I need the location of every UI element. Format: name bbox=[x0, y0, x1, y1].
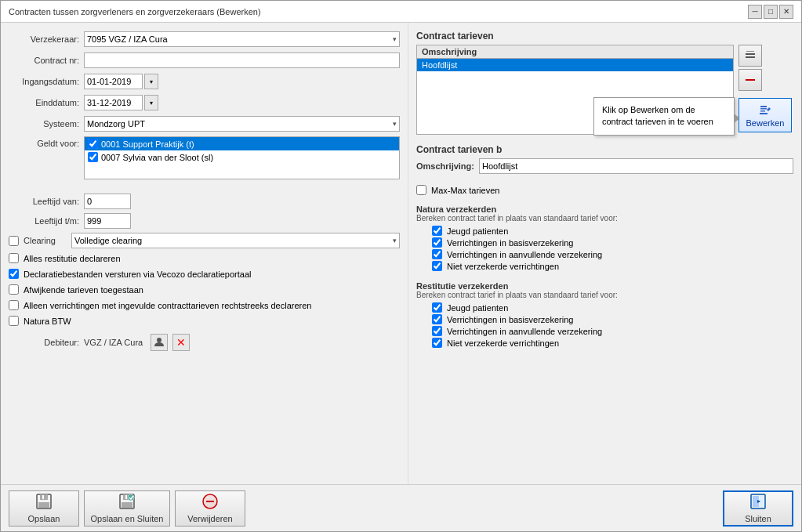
natura-jeugd-check[interactable] bbox=[432, 226, 442, 236]
verwijderen-button[interactable]: Verwijderen bbox=[175, 490, 245, 527]
natura-aanvullende-label: Verrichtingen in aanvullende verzekering bbox=[447, 250, 602, 259]
delete-icon bbox=[201, 493, 219, 510]
geldt-voor-label: Geldt voor: bbox=[9, 136, 79, 148]
opslaan-button[interactable]: Opslaan bbox=[9, 490, 79, 527]
opslaan-sluiten-button[interactable]: Opslaan en Sluiten bbox=[84, 490, 170, 527]
natura-basisverzekering-check[interactable] bbox=[432, 237, 442, 248]
svg-rect-7 bbox=[760, 108, 767, 110]
leeftijd-van-input[interactable] bbox=[84, 194, 131, 209]
natura-btw-check[interactable] bbox=[9, 316, 19, 326]
tooltip-arrow bbox=[734, 114, 740, 123]
alleen-verrichtingen-check[interactable] bbox=[9, 300, 19, 310]
geldt-voor-text-0: 0001 Support Praktijk (t) bbox=[101, 139, 194, 149]
ingangsdatum-dropdown[interactable]: ▾ bbox=[144, 74, 158, 89]
geldt-voor-check-1[interactable] bbox=[88, 152, 98, 162]
svg-rect-11 bbox=[38, 502, 49, 508]
footer-buttons-left: Opslaan Opslaan en Sluiten bbox=[9, 490, 245, 527]
alles-restitutie-check[interactable] bbox=[9, 253, 19, 263]
leeftijd-tm-row: Leeftijd t/m: bbox=[9, 213, 400, 229]
afwijkende-tarieven-check[interactable] bbox=[9, 284, 19, 295]
leeftijd-tm-input[interactable] bbox=[84, 213, 131, 229]
svg-rect-12 bbox=[42, 495, 44, 499]
geldt-voor-item-1[interactable]: 0007 Sylvia van der Sloot (sl) bbox=[85, 150, 399, 164]
alleen-verrichtingen-row: Alleen verrichtingen met ingevulde contr… bbox=[9, 299, 400, 311]
svg-rect-3 bbox=[746, 51, 754, 52]
window-controls: ─ □ ✕ bbox=[748, 5, 793, 19]
window-title: Contracten tussen zorgverleners en zorgv… bbox=[9, 7, 261, 16]
ingangsdatum-row: Ingangsdatum: ▾ bbox=[9, 73, 400, 90]
sluiten-button[interactable]: Sluiten bbox=[723, 490, 793, 527]
natura-nietz-row: Niet verzekerde verrichtingen bbox=[416, 260, 793, 272]
omschrijving-label: Omschrijving: bbox=[416, 161, 474, 171]
save-close-icon bbox=[118, 493, 136, 510]
einddatum-input[interactable] bbox=[84, 95, 143, 110]
einddatum-label: Einddatum: bbox=[9, 98, 79, 107]
restitutie-nietz-row: Niet verzekerde verrichtingen bbox=[416, 337, 793, 349]
svg-rect-16 bbox=[125, 495, 127, 499]
declaratiebestanden-check[interactable] bbox=[9, 269, 19, 279]
verzekeraar-select[interactable]: 7095 VGZ / IZA Cura bbox=[84, 31, 400, 47]
clearing-checkbox[interactable] bbox=[9, 236, 19, 246]
clearing-select[interactable]: Volledige clearing bbox=[71, 233, 400, 248]
minimize-button[interactable]: ─ bbox=[748, 5, 762, 19]
tooltip-text: Klik op Bewerken om de contract tarieven… bbox=[602, 105, 713, 126]
geldt-voor-check-0[interactable] bbox=[88, 139, 98, 149]
natura-aanvullende-check[interactable] bbox=[432, 249, 442, 259]
left-panel: Verzekeraar: 7095 VGZ / IZA Cura Contrac… bbox=[1, 23, 408, 484]
ct-row-label: Hoofdlijst bbox=[422, 60, 457, 70]
declaratiebestanden-label: Declaratiebestanden versturen via Vecozo… bbox=[24, 270, 251, 279]
einddatum-dropdown[interactable]: ▾ bbox=[144, 95, 158, 110]
debiteur-row: Debiteur: VGZ / IZA Cura ✕ bbox=[9, 334, 400, 351]
restitutie-subtitle: Bereken contract tarief in plaats van st… bbox=[416, 291, 793, 299]
opslaan-sluiten-label: Opslaan en Sluiten bbox=[91, 514, 164, 523]
bewerken-label: Bewerken bbox=[746, 118, 785, 128]
systeem-select[interactable]: Mondzorg UPT bbox=[84, 116, 400, 132]
restitutie-nietz-check[interactable] bbox=[432, 338, 442, 348]
restitutie-basisverzekering-row: Verrichtingen in basisverzekering bbox=[416, 313, 793, 325]
ct-row-hoofdlijst[interactable]: Hoofdlijst bbox=[417, 59, 733, 71]
natura-basisverzekering-label: Verrichtingen in basisverzekering bbox=[447, 238, 573, 248]
geldt-voor-item-0[interactable]: 0001 Support Praktijk (t) bbox=[85, 137, 399, 150]
ingangsdatum-input[interactable] bbox=[84, 74, 143, 89]
debiteur-edit-button[interactable] bbox=[151, 334, 168, 351]
geldt-voor-list[interactable]: 0001 Support Praktijk (t) 0007 Sylvia va… bbox=[84, 136, 400, 179]
natura-title: Natura verzekerden bbox=[416, 204, 793, 214]
einddatum-wrapper: ▾ bbox=[84, 95, 158, 110]
close-button[interactable]: ✕ bbox=[779, 5, 793, 19]
max-max-checkbox[interactable] bbox=[416, 185, 426, 195]
leeftijd-tm-label: Leeftijd t/m: bbox=[9, 216, 79, 226]
contract-tarieven-b-section: Contract tarieven b Omschrijving: bbox=[416, 144, 793, 174]
omschrijving-row: Omschrijving: bbox=[416, 158, 793, 174]
bewerken-icon bbox=[758, 103, 772, 117]
natura-btw-label: Natura BTW bbox=[24, 317, 71, 326]
opslaan-icon bbox=[35, 493, 53, 512]
alleen-verrichtingen-label: Alleen verrichtingen met ingevulde contr… bbox=[24, 301, 311, 310]
alles-restitutie-label: Alles restitutie declareren bbox=[24, 254, 121, 263]
clearing-row: Clearing Volledige clearing bbox=[9, 233, 400, 248]
svg-point-0 bbox=[157, 338, 161, 342]
restitutie-basisverzekering-label: Verrichtingen in basisverzekering bbox=[447, 315, 573, 324]
restitutie-aanvullende-check[interactable] bbox=[432, 326, 442, 336]
restitutie-nietz-label: Niet verzekerde verrichtingen bbox=[447, 338, 559, 348]
restitutie-title: Restitutie verzekerden bbox=[416, 281, 793, 291]
ct-add-button[interactable] bbox=[738, 45, 762, 67]
declaratiebestanden-row: Declaratiebestanden versturen via Vecozo… bbox=[9, 268, 400, 280]
afwijkende-tarieven-row: Afwijkende tarieven toegestaan bbox=[9, 284, 400, 295]
main-window: Contracten tussen zorgverleners en zorgv… bbox=[0, 0, 802, 532]
verzekeraar-label: Verzekeraar: bbox=[9, 34, 79, 44]
geldt-voor-row: Geldt voor: 0001 Support Praktijk (t) 00… bbox=[9, 136, 400, 179]
contract-nr-input[interactable] bbox=[84, 52, 400, 68]
restitutie-jeugd-check[interactable] bbox=[432, 302, 442, 313]
natura-nietz-check[interactable] bbox=[432, 261, 442, 271]
maximize-button[interactable]: □ bbox=[764, 5, 778, 19]
add-icon bbox=[744, 49, 757, 62]
verwijderen-icon bbox=[201, 493, 219, 512]
bewerken-button[interactable]: Bewerken bbox=[738, 98, 792, 132]
systeem-row: Systeem: Mondzorg UPT bbox=[9, 115, 400, 132]
verzekeraar-row: Verzekeraar: 7095 VGZ / IZA Cura bbox=[9, 31, 400, 48]
omschrijving-input[interactable] bbox=[479, 158, 793, 174]
restitutie-basisverzekering-check[interactable] bbox=[432, 314, 442, 324]
natura-jeugd-row: Jeugd patienten bbox=[416, 225, 793, 237]
debiteur-remove-button[interactable]: ✕ bbox=[172, 334, 190, 351]
ct-remove-button[interactable] bbox=[738, 69, 762, 91]
